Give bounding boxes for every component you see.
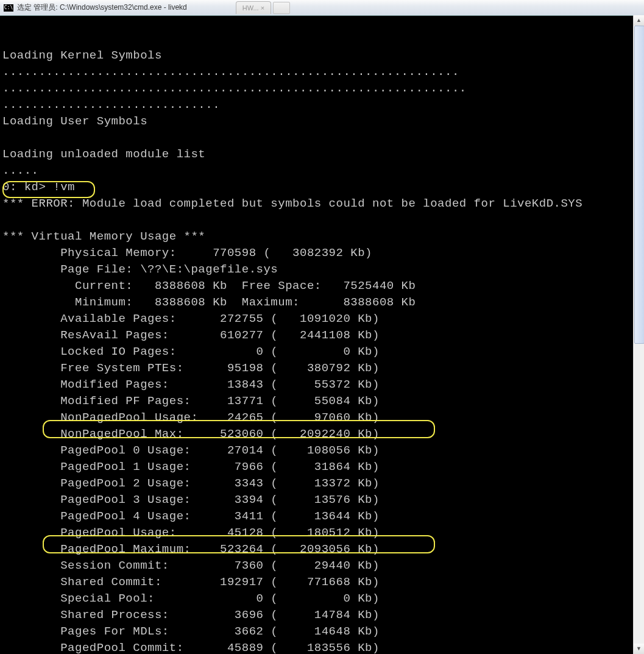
scroll-down-button[interactable]: ▼ [634,644,644,654]
cmd-icon: C:\ [4,4,13,12]
scroll-up-button[interactable]: ▲ [634,15,644,26]
background-tabs: HW... × [236,1,290,14]
titlebar[interactable]: C:\ 选定 管理员: C:\Windows\system32\cmd.exe … [0,0,644,16]
scroll-thumb[interactable] [634,26,644,344]
window-title: 选定 管理员: C:\Windows\system32\cmd.exe - li… [17,2,187,13]
new-tab-button [273,2,290,14]
scroll-track[interactable] [634,26,644,644]
vertical-scrollbar[interactable]: ▲ ▼ [633,15,644,654]
ghost-tab: HW... × [236,1,271,14]
console-output[interactable]: Loading Kernel Symbols .................… [0,27,644,654]
